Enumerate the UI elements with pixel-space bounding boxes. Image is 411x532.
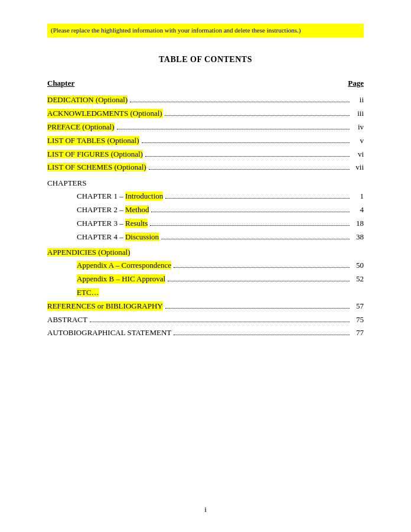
toc-header: Chapter Page	[47, 79, 364, 88]
footer-page-number: i	[0, 505, 411, 514]
toc-entry: DEDICATION (Optional)ii	[47, 94, 364, 106]
page-number: vii	[352, 161, 364, 174]
page-number: 52	[352, 273, 364, 286]
page-number: 4	[352, 204, 364, 216]
toc-entry: LIST OF FIGURES (Optional)vi	[47, 148, 364, 161]
page-number: vi	[352, 148, 364, 161]
page-number: 75	[352, 314, 364, 326]
page-number: iii	[352, 108, 364, 120]
toc-entry: CHAPTER 4 – Discussion38	[47, 231, 364, 244]
page-number: 38	[352, 231, 364, 244]
toc-title: TABLE OF CONTENTS	[47, 55, 364, 64]
toc-entry: PREFACE (Optional)iv	[47, 121, 364, 134]
toc-entries: DEDICATION (Optional)iiACKNOWLEDGMENTS (…	[47, 94, 364, 339]
toc-entry: LIST OF SCHEMES (Optional)vii	[47, 161, 364, 174]
toc-entry: REFERENCES or BIBLIOGRAPHY57	[47, 300, 364, 313]
page-number: iv	[352, 121, 364, 134]
toc-entry: LIST OF TABLES (Optional)v	[47, 135, 364, 147]
page-number: 1	[352, 190, 364, 203]
chapters-label: CHAPTERS	[47, 179, 364, 188]
instruction-banner: (Please replace the highlighted informat…	[47, 24, 364, 37]
page-number: 77	[352, 327, 364, 339]
toc-entry: ABSTRACT75	[47, 314, 364, 326]
toc-entry: CHAPTER 2 – Method4	[47, 204, 364, 216]
page-number: 18	[352, 218, 364, 230]
document-page: (Please replace the highlighted informat…	[0, 0, 411, 532]
toc-entry: ACKNOWLEDGMENTS (Optional)iii	[47, 108, 364, 120]
page-number: ii	[352, 94, 364, 106]
page-number: 50	[352, 259, 364, 272]
toc-entry: AUTOBIOGRAPHICAL STATEMENT77	[47, 327, 364, 339]
toc-entry: CHAPTER 1 – Introduction1	[47, 190, 364, 203]
toc-entry: ETC…	[47, 287, 364, 299]
page-header: Page	[348, 79, 364, 88]
page-number: 57	[352, 300, 364, 313]
toc-entry: Appendix B – HIC Approval52	[47, 273, 364, 286]
toc-entry: Appendix A – Correspondence50	[47, 259, 364, 272]
appendicies-label: APPENDICIES (Optional)	[47, 248, 364, 257]
page-number: v	[352, 135, 364, 147]
chapter-header: Chapter	[47, 79, 74, 88]
toc-entry: CHAPTER 3 – Results18	[47, 218, 364, 230]
